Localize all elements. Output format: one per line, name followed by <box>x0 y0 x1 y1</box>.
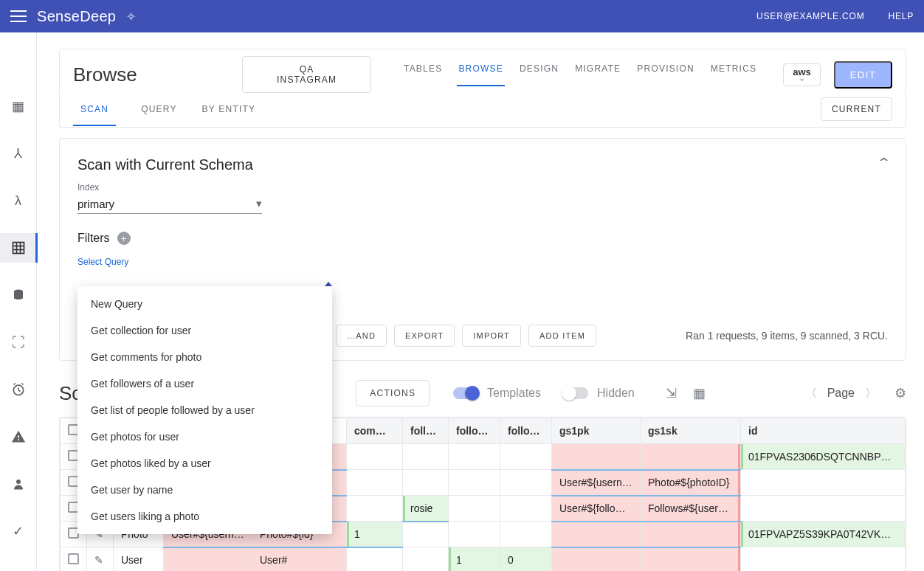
actions-button[interactable]: ACTIONS <box>356 380 430 406</box>
user-email[interactable]: USER@EXAMPLE.COM <box>756 11 864 21</box>
tab-metrics[interactable]: METRICS <box>711 63 756 86</box>
tab-provision[interactable]: PROVISION <box>637 63 694 86</box>
page-prev-icon[interactable]: 〈 <box>802 386 820 401</box>
col-gs1pk[interactable]: gs1pk <box>552 418 641 444</box>
tab-browse[interactable]: BROWSE <box>458 63 503 86</box>
topbar: SenseDeep ✧ USER@EXAMPLE.COM HELP <box>0 0 924 32</box>
import-button[interactable]: IMPORT <box>462 325 521 347</box>
sidebar-item-tree[interactable]: ⅄ <box>0 139 37 168</box>
templates-label: Templates <box>487 387 541 400</box>
dd-get-followed[interactable]: Get list of people followed by a user <box>77 397 332 423</box>
col-comments[interactable]: comments <box>347 418 403 444</box>
hidden-label: Hidden <box>597 387 635 400</box>
col-gs1sk[interactable]: gs1sk <box>641 418 741 444</box>
dd-get-photos[interactable]: Get photos for user <box>77 423 332 450</box>
hidden-toggle[interactable] <box>563 387 588 399</box>
page-label: Page <box>827 387 855 400</box>
page-nav: 〈 Page 〉 ⚙ <box>802 385 906 401</box>
subtab-query[interactable]: QUERY <box>134 92 184 125</box>
cloud-chip[interactable]: aws ⌣ <box>783 63 821 86</box>
dd-get-followers[interactable]: Get followers of a user <box>77 370 332 397</box>
help-link[interactable]: HELP <box>888 11 914 21</box>
sidebar-item-bridge[interactable]: ⛶ <box>0 328 37 357</box>
index-value: primary <box>77 198 114 210</box>
svg-line-9 <box>13 384 15 385</box>
cell-gs1pk: User#${follower} <box>552 496 641 522</box>
sidebar-item-check[interactable]: ✓ <box>0 516 37 546</box>
sidebar-item-dashboard[interactable]: ▦ <box>0 91 37 121</box>
cell-comments: 1 <box>347 522 403 547</box>
tab-migrate[interactable]: MIGRATE <box>575 63 621 86</box>
templates-toggle[interactable] <box>453 387 478 399</box>
chevron-up-icon[interactable]: ⌃ <box>876 155 892 171</box>
dd-get-users-liking[interactable]: Get users liking a photo <box>77 503 332 530</box>
scan-panel: ⌃ Scan with Current Schema Index primary… <box>59 138 906 361</box>
columns-icon[interactable]: ▦ <box>693 385 706 401</box>
add-item-button[interactable]: ADD ITEM <box>528 325 596 347</box>
sidebar-item-alarm[interactable] <box>0 375 37 404</box>
filters-label: Filters <box>77 232 110 245</box>
cell-followers: 1 <box>449 547 500 572</box>
app-title: SenseDeep <box>37 8 116 25</box>
svg-line-8 <box>18 390 21 392</box>
svg-point-11 <box>16 480 21 484</box>
page-title: Browse <box>73 63 137 86</box>
header-panel: Browse QA INSTAGRAM TABLES BROWSE DESIGN… <box>59 49 906 91</box>
header-nav: TABLES BROWSE DESIGN MIGRATE PROVISION M… <box>404 63 756 86</box>
wand-icon[interactable]: ✧ <box>126 10 136 24</box>
gear-icon[interactable]: ⚙ <box>894 385 906 401</box>
expand-icon[interactable]: ⇲ <box>666 385 677 401</box>
cell-gs1sk: Follows#${username} <box>641 496 741 522</box>
index-label: Index <box>77 182 888 193</box>
edit-row-icon[interactable]: ✎ <box>87 547 114 572</box>
tab-tables[interactable]: TABLES <box>404 63 442 86</box>
add-filter-icon[interactable]: + <box>117 232 131 245</box>
query-dropdown: New Query Get collection for user Get co… <box>77 286 332 534</box>
tab-design[interactable]: DESIGN <box>520 63 559 86</box>
dd-get-photos-liked[interactable]: Get photos liked by a user <box>77 450 332 477</box>
dd-get-collection[interactable]: Get collection for user <box>77 317 332 344</box>
svg-line-10 <box>21 384 23 385</box>
table-row: ✎ User User# 1 0 <box>61 547 906 572</box>
sidebar-item-alert[interactable] <box>0 422 37 451</box>
sidebar-item-database[interactable] <box>0 280 37 310</box>
index-select[interactable]: primary ▾ <box>77 193 262 214</box>
subtab-by-entity[interactable]: BY ENTITY <box>195 92 263 125</box>
cell-following: 0 <box>500 547 552 572</box>
menu-icon[interactable] <box>10 10 27 22</box>
col-id[interactable]: id <box>741 418 906 444</box>
sub-tabs-panel: SCAN QUERY BY ENTITY CURRENT <box>59 91 906 128</box>
subtab-scan[interactable]: SCAN <box>73 92 116 125</box>
dd-new-query[interactable]: New Query <box>77 291 332 317</box>
sidebar: ▦ ⅄ λ ⛶ ✓ <box>0 32 37 571</box>
cell-gs1sk: Photo#${photoID} <box>641 470 741 496</box>
cell-model: User <box>114 547 164 572</box>
row-checkbox[interactable] <box>61 547 87 572</box>
cell-sk: User# <box>252 547 347 572</box>
dd-get-user[interactable]: Get user by name <box>77 477 332 503</box>
and-button[interactable]: …AND <box>336 325 387 347</box>
sidebar-item-user[interactable] <box>0 469 37 499</box>
page-next-icon[interactable]: 〉 <box>862 386 880 401</box>
cell-id: 01FPVAS2306DSQTCNNBPDGSE <box>741 444 906 470</box>
cell-gs1pk: User#${username} <box>552 470 641 496</box>
col-followers[interactable]: followers <box>449 418 500 444</box>
export-button[interactable]: EXPORT <box>394 325 455 347</box>
qa-instagram-button[interactable]: QA INSTAGRAM <box>242 56 371 93</box>
sidebar-item-grid[interactable] <box>0 233 37 263</box>
scan-title: Scan with Current Schema <box>77 156 888 173</box>
edit-button[interactable]: EDIT <box>834 61 892 89</box>
main-content: Browse QA INSTAGRAM TABLES BROWSE DESIGN… <box>37 32 924 571</box>
sidebar-item-lambda[interactable]: λ <box>0 186 37 215</box>
cell-id: 01FPVAPZ5S39KPA0T42VKSZ2 <box>741 522 906 547</box>
col-following[interactable]: following <box>500 418 552 444</box>
dd-get-comments[interactable]: Get comments for photo <box>77 344 332 370</box>
current-button[interactable]: CURRENT <box>821 97 892 121</box>
svg-rect-0 <box>13 243 24 254</box>
cell-follower: rosie <box>403 496 449 522</box>
scan-status: Ran 1 requests, 9 items, 9 scanned, 3 RC… <box>686 330 888 342</box>
chevron-down-icon: ▾ <box>256 197 262 210</box>
select-query-label: Select Query <box>77 257 332 267</box>
col-follower[interactable]: follower <box>403 418 449 444</box>
